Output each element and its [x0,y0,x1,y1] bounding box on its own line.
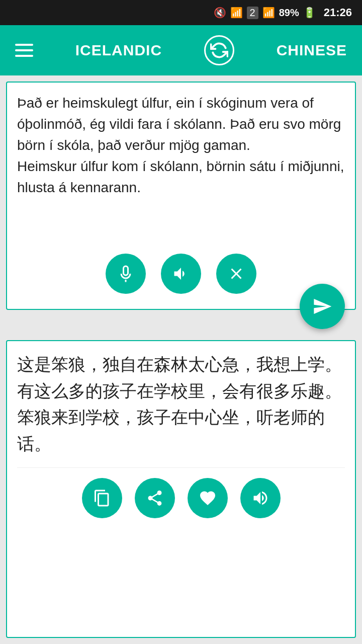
main-content: Það er heimskulegt úlfur, ein í skóginum… [0,75,362,644]
battery-icon: 🔋 [303,7,316,19]
microphone-button[interactable] [106,254,146,294]
top-bar: ICELANDIC CHINESE [0,25,362,75]
swap-icon [210,41,228,59]
speaker-icon [172,265,190,283]
share-icon [146,489,164,507]
source-text[interactable]: Það er heimskulegt úlfur, ein í skóginum… [17,93,345,244]
copy-button[interactable] [82,478,122,518]
swap-languages-button[interactable] [204,35,234,65]
status-bar: 🔇 📶 2 📶 89% 🔋 21:26 [0,0,362,25]
favorite-button[interactable] [188,478,228,518]
signal-icon: 📶 [262,7,275,19]
badge-icon: 2 [247,7,258,19]
share-button[interactable] [135,478,175,518]
send-icon [312,296,332,316]
menu-button[interactable] [15,44,33,57]
input-section: Það er heimskulegt úlfur, ein í skóginum… [6,82,356,310]
heart-icon [199,489,217,507]
send-button[interactable] [300,284,345,329]
clear-button[interactable] [216,254,256,294]
output-speaker-icon [251,489,269,507]
input-controls [17,254,345,299]
output-section: 这是笨狼，独自在森林太心急，我想上学。有这么多的孩子在学校里，会有很多乐趣。 笨… [6,340,356,638]
wifi-icon: 📶 [230,7,243,19]
battery-text: 89% [279,7,299,19]
input-speaker-button[interactable] [161,254,201,294]
translated-text: 这是笨狼，独自在森林太心急，我想上学。有这么多的孩子在学校里，会有很多乐趣。 笨… [17,351,345,457]
copy-icon [93,489,111,507]
mute-icon: 🔇 [214,7,226,19]
microphone-icon [117,265,135,283]
close-icon [227,265,245,283]
time-display: 21:26 [324,6,352,19]
output-speaker-button[interactable] [240,478,281,518]
output-controls [17,467,345,523]
status-icons: 🔇 📶 2 📶 89% 🔋 21:26 [214,6,352,19]
source-language-label[interactable]: ICELANDIC [75,42,162,59]
target-language-label[interactable]: CHINESE [277,42,347,59]
